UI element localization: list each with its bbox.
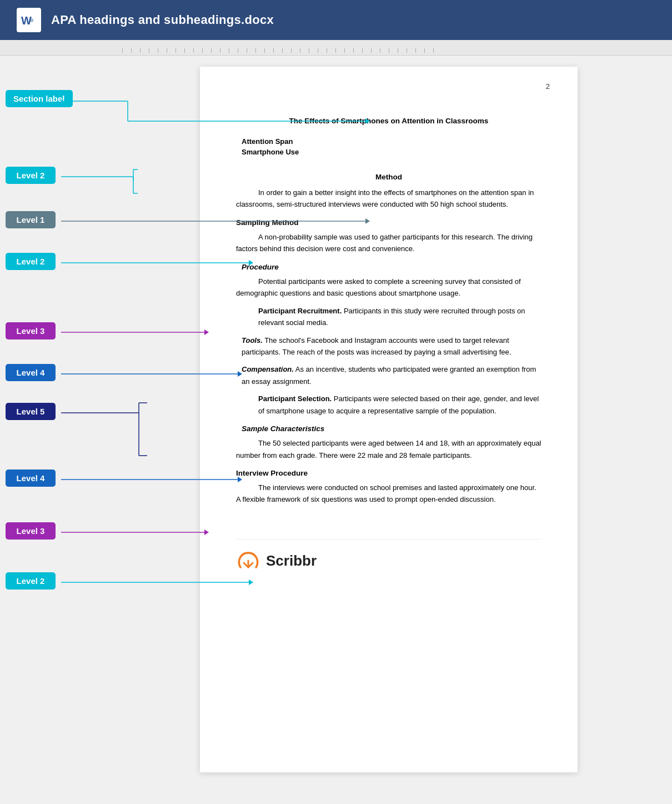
level1-text: Level 1: [17, 215, 45, 224]
level3-sample-text: Sample Characteristics: [242, 425, 324, 433]
toc-item-2: Smartphone Use: [242, 148, 541, 156]
page-number: 2: [546, 82, 550, 91]
body-para-5: The interviews were conducted on school …: [236, 482, 541, 506]
level5-tools-text: The school's Facebook and Instagram acco…: [242, 336, 511, 356]
level4-recruitment-heading: Participant Recruitment.: [258, 307, 342, 315]
level3b-text: Level 3: [17, 526, 45, 536]
toc-item-1: Attention Span: [242, 137, 541, 146]
body-para-2: A non-probability sample was used to gat…: [236, 231, 541, 255]
toc-item-2-text: Smartphone Use: [242, 148, 299, 156]
level4a-badge: Level 4: [6, 364, 56, 381]
level5-compensation: Compensation. As an incentive, students …: [242, 363, 541, 387]
doc-title: The Effects of Smartphones on Attention …: [236, 117, 541, 125]
level3a-badge: Level 3: [6, 322, 56, 339]
page-container: W ≡ APA headings and subheadings.docx: [0, 0, 672, 778]
level4-selection-heading: Participant Selection.: [258, 394, 332, 403]
section-label-text: Section label: [13, 94, 65, 103]
document-area: 2 The Effects of Smartphones on Attentio…: [111, 56, 672, 778]
level2-interview: Interview Procedure: [236, 469, 541, 477]
body-para-3: Potential participants were asked to com…: [236, 276, 541, 299]
title-bar: W ≡ APA headings and subheadings.docx: [0, 0, 672, 40]
scribbr-icon: [236, 551, 259, 572]
level5-tools: Tools. The school's Facebook and Instagr…: [242, 334, 541, 358]
level4-recruitment: Participant Recruitment. Participants in…: [258, 305, 541, 329]
level4-selection: Participant Selection. Participants were…: [258, 393, 541, 417]
level2a-text: Level 2: [17, 171, 45, 180]
level1-method: Method: [236, 173, 541, 181]
level4a-text: Level 4: [17, 368, 45, 377]
level2c-text: Level 2: [17, 576, 45, 586]
level3b-badge: Level 3: [6, 522, 56, 540]
level2b-text: Level 2: [17, 257, 45, 266]
level3-sample: Sample Characteristics: [242, 425, 541, 433]
body-para-4: The 50 selected participants were aged b…: [236, 437, 541, 461]
section-label-badge: Section label: [6, 90, 73, 107]
level4b-text: Level 4: [17, 473, 45, 483]
content-area: Section label Level 2 Level 1 Level 2 Le…: [0, 56, 672, 778]
level2-sampling-text: Sampling Method: [236, 218, 299, 227]
level3-procedure: Procedure: [242, 263, 541, 271]
title-bar-title: APA headings and subheadings.docx: [51, 13, 274, 27]
level2c-badge: Level 2: [6, 572, 56, 590]
word-icon: W ≡: [17, 8, 41, 32]
svg-text:≡: ≡: [30, 17, 33, 23]
level4b-badge: Level 4: [6, 470, 56, 487]
labels-area: Section label Level 2 Level 1 Level 2 Le…: [0, 56, 111, 778]
level2-sampling: Sampling Method: [236, 218, 541, 227]
toc-item-1-text: Attention Span: [242, 137, 293, 146]
level1-method-text: Method: [375, 173, 402, 181]
level5-badge: Level 5: [6, 403, 56, 420]
level5-text: Level 5: [17, 407, 45, 416]
scribbr-text: Scribbr: [266, 552, 317, 570]
document: 2 The Effects of Smartphones on Attentio…: [200, 67, 578, 772]
level5-compensation-heading: Compensation.: [242, 365, 294, 373]
level2-interview-text: Interview Procedure: [236, 469, 308, 477]
level1-badge: Level 1: [6, 211, 56, 228]
level2b-badge: Level 2: [6, 253, 56, 270]
level3a-text: Level 3: [17, 326, 45, 336]
ruler: [0, 40, 672, 56]
level5-tools-heading: Tools.: [242, 336, 263, 344]
body-para-1: In order to gain a better insight into t…: [236, 187, 541, 211]
level2a-badge: Level 2: [6, 167, 56, 184]
scribbr-footer-doc: Scribbr: [236, 539, 541, 572]
level3-procedure-text: Procedure: [242, 263, 279, 271]
